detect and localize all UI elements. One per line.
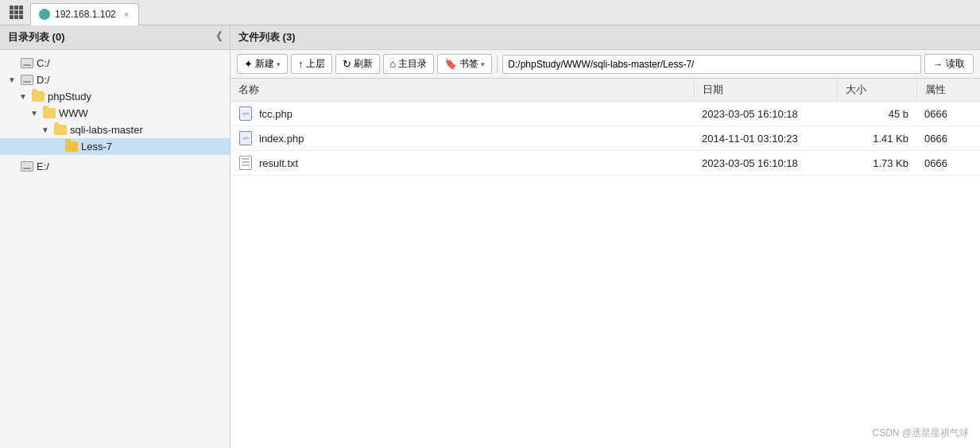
tree-item-d[interactable]: ▼ D:/ xyxy=(0,71,230,88)
file-name: result.txt xyxy=(259,157,298,169)
tab-title: 192.168.1.102 xyxy=(55,9,116,20)
toolbar: ✦ 新建 ▾ ↑ 上层 ↻ 刷新 ⌂ 主目录 🔖 书签 xyxy=(230,50,980,79)
file-attr: 0666 xyxy=(916,126,980,151)
col-attr[interactable]: 属性 xyxy=(916,79,980,102)
tree-toggle-phpstudy[interactable]: ▼ xyxy=(17,91,29,102)
tab-close-button[interactable]: × xyxy=(124,10,129,19)
collapse-button[interactable]: 《 xyxy=(211,30,222,44)
up-label: 上层 xyxy=(306,57,325,71)
read-label: 读取 xyxy=(946,57,965,71)
toolbar-separator xyxy=(497,56,498,73)
folder-icon-www xyxy=(43,108,56,118)
tree-label-phpstudy: phpStudy xyxy=(48,91,91,102)
tree-label-sqli: sqli-labs-master xyxy=(70,124,143,136)
file-name: fcc.php xyxy=(259,108,292,120)
new-caret: ▾ xyxy=(277,60,281,68)
read-arrow: → xyxy=(933,59,943,70)
refresh-button[interactable]: ↻ 刷新 xyxy=(335,54,380,74)
path-input[interactable] xyxy=(502,55,921,74)
refresh-icon: ↻ xyxy=(343,58,351,70)
file-date: 2014-11-01 03:10:23 xyxy=(694,126,837,151)
tree-label-e: E:/ xyxy=(37,160,49,172)
tree-label-d: D:/ xyxy=(37,74,50,86)
read-button[interactable]: → 读取 xyxy=(924,54,974,74)
txt-file-icon xyxy=(238,156,253,170)
file-name-cell: fcc.php xyxy=(230,102,694,126)
col-size[interactable]: 大小 xyxy=(837,79,916,102)
left-panel-header: 目录列表 (0) 《 xyxy=(0,25,230,50)
grid-menu-button[interactable] xyxy=(6,3,25,22)
tree-item-less7[interactable]: Less-7 xyxy=(0,138,230,155)
tree-toggle-d[interactable]: ▼ xyxy=(6,75,17,86)
home-icon: ⌂ xyxy=(390,58,397,70)
watermark: CSDN @丞星星祺气球 xyxy=(872,427,969,440)
tree-toggle-sqli[interactable]: ▼ xyxy=(40,125,51,136)
bookmark-button[interactable]: 🔖 书签 ▾ xyxy=(437,54,492,74)
directory-list-title: 目录列表 (0) xyxy=(8,30,65,44)
file-size: 45 b xyxy=(837,102,916,126)
home-button[interactable]: ⌂ 主目录 xyxy=(383,54,435,74)
file-name-cell: index.php xyxy=(230,126,694,151)
folder-icon-phpstudy xyxy=(32,91,45,102)
up-button[interactable]: ↑ 上层 xyxy=(291,54,332,74)
globe-icon xyxy=(39,9,50,20)
tree-item-c[interactable]: C:/ xyxy=(0,55,230,71)
directory-tree: C:/ ▼ D:/ ▼ phpStudy xyxy=(0,50,230,448)
main-layout: 目录列表 (0) 《 C:/ ▼ D:/ xyxy=(0,25,980,448)
left-panel: 目录列表 (0) 《 C:/ ▼ D:/ xyxy=(0,25,230,448)
bookmark-caret: ▾ xyxy=(481,60,485,68)
drive-icon-c xyxy=(21,58,33,68)
browser-tab[interactable]: 192.168.1.102 × xyxy=(30,3,139,25)
file-date: 2023-03-05 16:10:18 xyxy=(694,102,837,126)
new-label: 新建 xyxy=(255,57,274,71)
tree-label-www: WWW xyxy=(59,107,88,119)
file-size: 1.41 Kb xyxy=(837,126,916,151)
file-attr: 0666 xyxy=(916,151,980,176)
folder-icon-less7 xyxy=(65,141,78,152)
drive-icon-e xyxy=(21,161,33,172)
folder-icon-sqli xyxy=(54,125,67,135)
tree-toggle-www[interactable]: ▼ xyxy=(29,108,40,119)
table-row[interactable]: fcc.php2023-03-05 16:10:1845 b0666 xyxy=(230,102,980,126)
php-file-icon xyxy=(238,131,253,145)
tree-toggle-c[interactable] xyxy=(6,58,17,69)
file-list-title: 文件列表 (3) xyxy=(238,31,296,43)
grid-icon xyxy=(10,6,23,19)
drive-icon-d xyxy=(21,75,33,85)
file-name-cell: result.txt xyxy=(230,151,694,176)
tree-item-www[interactable]: ▼ WWW xyxy=(0,105,230,122)
tree-item-e[interactable]: E:/ xyxy=(0,158,230,175)
tree-item-sqli[interactable]: ▼ sqli-labs-master xyxy=(0,122,230,138)
file-name: index.php xyxy=(259,133,304,145)
php-file-icon xyxy=(238,106,253,121)
table-row[interactable]: result.txt2023-03-05 16:10:181.73 Kb0666 xyxy=(230,151,980,176)
tree-toggle-less7[interactable] xyxy=(51,141,62,153)
file-size: 1.73 Kb xyxy=(837,151,916,176)
tree-label-c: C:/ xyxy=(37,57,50,69)
right-panel: 文件列表 (3) ✦ 新建 ▾ ↑ 上层 ↻ 刷新 ⌂ xyxy=(230,25,980,448)
new-icon: ✦ xyxy=(244,58,253,70)
col-date[interactable]: 日期 xyxy=(694,79,837,102)
right-panel-header: 文件列表 (3) xyxy=(230,25,980,50)
table-header-row: 名称 日期 大小 属性 xyxy=(230,79,980,102)
file-attr: 0666 xyxy=(916,102,980,126)
file-table: 名称 日期 大小 属性 fcc.php2023-03-05 16:10:1845… xyxy=(230,79,980,448)
bookmark-icon: 🔖 xyxy=(444,58,457,70)
tree-item-phpstudy[interactable]: ▼ phpStudy xyxy=(0,88,230,105)
up-icon: ↑ xyxy=(298,58,304,70)
tree-toggle-e[interactable] xyxy=(6,161,17,172)
file-date: 2023-03-05 16:10:18 xyxy=(694,151,837,176)
top-bar: 192.168.1.102 × xyxy=(0,0,980,25)
table-row[interactable]: index.php2014-11-01 03:10:231.41 Kb0666 xyxy=(230,126,980,151)
home-label: 主目录 xyxy=(398,57,427,71)
new-button[interactable]: ✦ 新建 ▾ xyxy=(237,54,288,74)
col-name[interactable]: 名称 xyxy=(230,79,694,102)
tree-label-less7: Less-7 xyxy=(81,141,112,153)
refresh-label: 刷新 xyxy=(354,57,373,71)
bookmark-label: 书签 xyxy=(459,57,478,71)
